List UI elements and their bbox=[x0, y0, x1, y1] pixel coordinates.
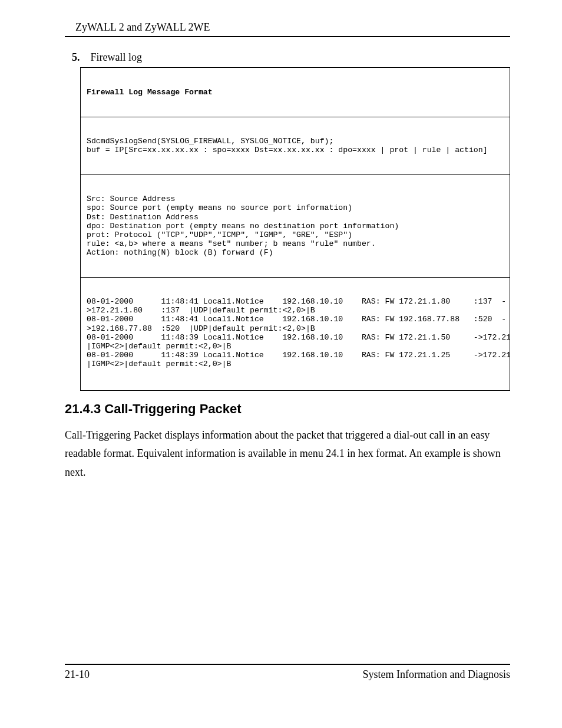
firewall-log-format-box: Firewall Log Message Format SdcmdSyslogS… bbox=[80, 67, 510, 391]
page-number: 21-10 bbox=[65, 668, 90, 681]
page-footer: 21-10 System Information and Diagnosis bbox=[65, 664, 510, 681]
footer-rule bbox=[65, 664, 510, 665]
section-paragraph: Call-Triggering Packet displays informat… bbox=[65, 426, 510, 482]
logbox-rule-1 bbox=[81, 117, 510, 117]
list-number: 5. bbox=[72, 51, 80, 63]
logbox-lines-c: 08-01-2000 11:48:41 Local1.Notice 192.16… bbox=[87, 297, 504, 368]
logbox-lines-a: SdcmdSyslogSend(SYSLOG_FIREWALL, SYSLOG_… bbox=[87, 137, 504, 154]
list-item-firewall-log: 5. Firewall log bbox=[72, 51, 510, 64]
header-rule bbox=[65, 36, 510, 37]
logbox-rule-3 bbox=[81, 277, 510, 278]
logbox-lines-b: Src: Source Address spo: Source port (em… bbox=[87, 195, 504, 257]
logbox-rule-2 bbox=[81, 174, 510, 175]
section-heading: 21.4.3 Call-Triggering Packet bbox=[65, 401, 510, 417]
running-head: ZyWALL 2 and ZyWALL 2WE bbox=[65, 21, 510, 36]
page: ZyWALL 2 and ZyWALL 2WE 5. Firewall log … bbox=[0, 0, 562, 728]
list-label: Firewall log bbox=[91, 51, 143, 63]
logbox-title: Firewall Log Message Format bbox=[87, 88, 504, 97]
footer-chapter-title: System Information and Diagnosis bbox=[363, 668, 510, 681]
